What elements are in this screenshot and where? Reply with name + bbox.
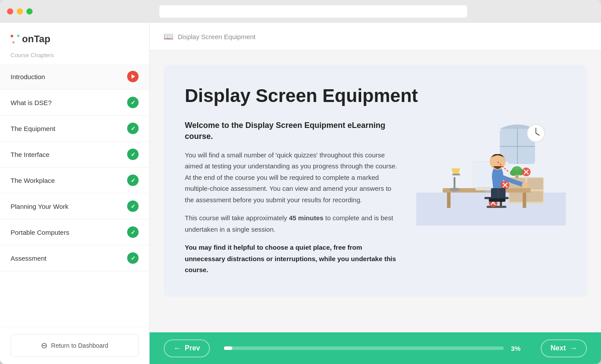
chapter-name: Portable Computers xyxy=(11,229,69,236)
chapter-done-icon: ✓ xyxy=(127,149,139,160)
logo-icon xyxy=(11,35,19,44)
traffic-lights xyxy=(7,8,33,15)
svg-rect-10 xyxy=(527,178,543,189)
chapter-name: The Equipment xyxy=(11,125,55,132)
chapter-item-the-workplace[interactable]: The Workplace ✓ xyxy=(0,167,149,193)
chapter-name: What is DSE? xyxy=(11,99,51,106)
return-to-dashboard-button[interactable]: ⊖ Return to Dashboard xyxy=(11,334,139,357)
welcome-heading: Welcome to the Display Screen Equipment … xyxy=(185,120,399,142)
chapter-done-icon: ✓ xyxy=(127,252,139,264)
chapter-name: Planning Your Work xyxy=(11,203,68,210)
chapter-name: The Interface xyxy=(11,151,49,158)
progress-percent: 3% xyxy=(511,345,527,352)
chapter-item-the-interface[interactable]: The Interface ✓ xyxy=(0,142,149,167)
svg-point-33 xyxy=(522,182,528,188)
next-label: Next xyxy=(550,344,566,352)
para2-bold: 45 minutes xyxy=(289,214,323,222)
content-body: Welcome to the Display Screen Equipment … xyxy=(185,120,566,275)
app-body: onTap Course Chapters Introduction What … xyxy=(0,23,601,364)
section-label: Course Chapters xyxy=(0,52,149,64)
chapter-done-icon: ✓ xyxy=(127,123,139,134)
progress-bar-background xyxy=(224,346,504,350)
svg-rect-46 xyxy=(489,198,498,202)
logo-text: onTap xyxy=(22,33,50,45)
prev-icon: ← xyxy=(173,344,181,353)
para2-prefix: This course will take approximately xyxy=(185,214,289,222)
url-bar[interactable] xyxy=(159,5,467,18)
svg-point-14 xyxy=(510,170,517,176)
close-button[interactable] xyxy=(7,8,13,15)
chapter-name: Introduction xyxy=(11,73,45,80)
svg-rect-17 xyxy=(447,193,451,208)
svg-rect-30 xyxy=(487,206,506,208)
chapter-name: The Workplace xyxy=(11,177,55,184)
body-paragraph-2: This course will take approximately 45 m… xyxy=(185,212,399,235)
text-section: Welcome to the Display Screen Equipment … xyxy=(185,120,399,275)
main-content: 📖 Display Screen Equipment Display Scree… xyxy=(150,23,601,364)
chapter-item-assessment[interactable]: Assessment ✓ xyxy=(0,245,149,271)
chapter-name: Assessment xyxy=(11,255,47,262)
desk-illustration xyxy=(416,120,566,226)
header-title: Display Screen Equipment xyxy=(178,33,256,40)
svg-rect-25 xyxy=(452,174,460,175)
chapter-item-what-is-dse[interactable]: What is DSE? ✓ xyxy=(0,90,149,116)
chapter-list: Introduction What is DSE? ✓ The Equipmen… xyxy=(0,64,149,327)
return-btn-label: Return to Dashboard xyxy=(51,342,108,349)
chapter-item-introduction[interactable]: Introduction xyxy=(0,64,149,90)
svg-rect-18 xyxy=(523,193,526,208)
minimize-button[interactable] xyxy=(17,8,23,15)
prev-button[interactable]: ← Prev xyxy=(164,339,210,357)
next-button[interactable]: Next → xyxy=(541,339,587,357)
chapter-item-portable-computers[interactable]: Portable Computers ✓ xyxy=(0,219,149,245)
progress-bar-fill xyxy=(224,346,232,350)
svg-rect-44 xyxy=(491,188,498,199)
body-paragraph-1: You will find a small number of 'quick q… xyxy=(185,149,399,206)
chapter-play-icon xyxy=(127,71,139,82)
title-bar xyxy=(0,0,601,23)
book-icon: 📖 xyxy=(164,32,173,41)
content-header: 📖 Display Screen Equipment xyxy=(150,23,601,51)
chapter-done-icon: ✓ xyxy=(127,97,139,108)
return-icon: ⊖ xyxy=(41,341,48,350)
prev-label: Prev xyxy=(185,344,200,352)
svg-rect-45 xyxy=(499,188,506,199)
logo: onTap xyxy=(0,23,149,52)
course-title: Display Screen Equipment xyxy=(185,86,566,106)
content-area: Display Screen Equipment Welcome to the … xyxy=(150,51,601,332)
bottom-bar: ← Prev 3% Next → xyxy=(150,332,601,364)
chapter-done-icon: ✓ xyxy=(127,226,139,238)
maximize-button[interactable] xyxy=(26,8,33,15)
chapter-item-the-equipment[interactable]: The Equipment ✓ xyxy=(0,116,149,142)
sidebar: onTap Course Chapters Introduction What … xyxy=(0,23,150,364)
svg-rect-47 xyxy=(497,198,506,202)
next-icon: → xyxy=(569,344,577,353)
svg-point-26 xyxy=(449,188,460,191)
body-paragraph-3: You may find it helpful to choose a quie… xyxy=(185,242,399,276)
chapter-done-icon: ✓ xyxy=(127,200,139,212)
chapter-done-icon: ✓ xyxy=(127,175,139,186)
content-card: Display Screen Equipment Welcome to the … xyxy=(164,65,587,297)
svg-rect-4 xyxy=(500,146,535,147)
sidebar-footer: ⊖ Return to Dashboard xyxy=(0,327,149,364)
chapter-item-planning-your-work[interactable]: Planning Your Work ✓ xyxy=(0,193,149,219)
progress-section: 3% xyxy=(224,345,527,352)
